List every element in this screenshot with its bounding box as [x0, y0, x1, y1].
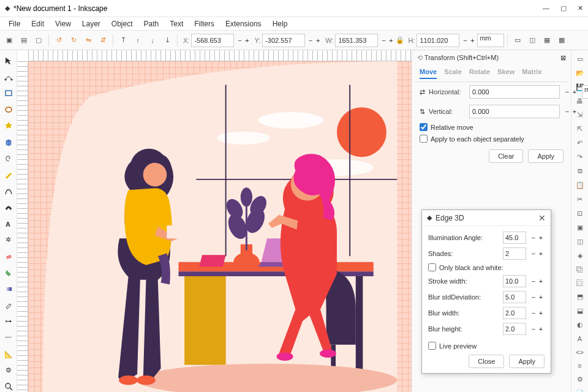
eraser-tool-icon[interactable]: [3, 251, 14, 262]
select-layer-icon[interactable]: ▤: [17, 34, 31, 47]
canvas[interactable]: [28, 61, 412, 392]
tab-scale[interactable]: Scale: [444, 68, 462, 79]
raise-icon[interactable]: ↑: [131, 34, 145, 47]
v-inc[interactable]: +: [571, 108, 578, 115]
connector-tool-icon[interactable]: ⊶: [3, 316, 14, 327]
affect-corner-icon[interactable]: ◫: [526, 34, 539, 47]
flip-v-icon[interactable]: ⇵: [96, 34, 110, 47]
ruler-horizontal[interactable]: [28, 50, 412, 61]
zoom-drawing-icon[interactable]: ◫: [575, 238, 585, 246]
menu-filters[interactable]: Filters: [189, 18, 219, 29]
affect-stroke-icon[interactable]: ▭: [511, 34, 524, 47]
tab-skew[interactable]: Skew: [497, 68, 514, 79]
stroke-input[interactable]: [503, 275, 526, 287]
lower-icon[interactable]: ↓: [146, 34, 159, 47]
pencil-tool-icon[interactable]: [3, 169, 14, 180]
clear-button[interactable]: Clear: [489, 149, 523, 163]
h-inc[interactable]: +: [469, 37, 476, 44]
menu-edit[interactable]: Edit: [26, 18, 49, 29]
new-doc-icon[interactable]: ▭: [575, 55, 585, 63]
calligraphy-tool-icon[interactable]: [3, 202, 14, 213]
shades-input[interactable]: [503, 247, 526, 260]
onlybw-checkbox[interactable]: [428, 263, 436, 271]
node-tool-icon[interactable]: [3, 72, 14, 83]
apply-each-checkbox[interactable]: [420, 135, 428, 143]
ungroup-icon[interactable]: ⬓: [575, 307, 585, 315]
v-dec[interactable]: −: [564, 108, 571, 115]
menu-view[interactable]: View: [50, 18, 76, 29]
tab-move[interactable]: Move: [420, 68, 437, 79]
prefs-icon[interactable]: ⚙: [575, 375, 585, 383]
relative-move-checkbox[interactable]: [420, 123, 428, 131]
w-inc[interactable]: +: [387, 37, 394, 44]
panel-close-icon[interactable]: ⊠: [560, 54, 566, 62]
minimize-button[interactable]: —: [543, 4, 549, 12]
deselect-icon[interactable]: ▢: [32, 34, 45, 47]
group-icon[interactable]: ⬒: [575, 293, 585, 301]
w-input[interactable]: [335, 34, 378, 47]
x-input[interactable]: [191, 34, 234, 47]
text-tool-icon[interactable]: A: [3, 218, 14, 229]
menu-object[interactable]: Object: [107, 18, 138, 29]
unit-select[interactable]: mm: [477, 34, 504, 47]
dialog-apply-button[interactable]: Apply: [509, 355, 545, 368]
tweak-tool-icon[interactable]: 〰: [3, 333, 14, 344]
menu-layer[interactable]: Layer: [77, 18, 105, 29]
undo-icon[interactable]: ↶: [575, 139, 585, 147]
fill-stroke-icon[interactable]: ◐: [575, 321, 585, 329]
x-inc[interactable]: +: [243, 37, 251, 44]
move-unit-select[interactable]: mm: [582, 85, 588, 99]
menu-text[interactable]: Text: [165, 18, 188, 29]
vertical-input[interactable]: [469, 105, 560, 118]
tab-rotate[interactable]: Rotate: [469, 68, 490, 79]
flip-h-icon[interactable]: ⇋: [81, 34, 95, 47]
zoom-page-icon[interactable]: ▣: [575, 224, 585, 232]
w-dec[interactable]: −: [380, 37, 387, 44]
h-input[interactable]: [417, 34, 459, 47]
apply-button[interactable]: Apply: [528, 149, 564, 163]
open-icon[interactable]: 📂: [575, 69, 585, 77]
spiral-tool-icon[interactable]: [3, 153, 14, 164]
maximize-button[interactable]: ▢: [560, 4, 567, 12]
select-all-icon[interactable]: ▣: [2, 34, 16, 47]
rotate-cw-icon[interactable]: ↻: [67, 34, 80, 47]
tab-matrix[interactable]: Matrix: [522, 68, 541, 79]
menu-extensions[interactable]: Extensions: [221, 18, 266, 29]
dialog-close-button[interactable]: Close: [469, 355, 504, 368]
zoom-fit-icon[interactable]: ⊡: [575, 209, 585, 217]
h-inc[interactable]: +: [571, 88, 578, 96]
export-icon[interactable]: ⇱: [575, 125, 585, 133]
y-inc[interactable]: +: [314, 37, 322, 44]
gradient-tool-icon[interactable]: [3, 284, 14, 295]
doc-props-icon[interactable]: 📄: [575, 390, 585, 392]
h-dec[interactable]: −: [564, 88, 571, 96]
spray-tool-icon[interactable]: ✲: [3, 235, 14, 246]
menu-help[interactable]: Help: [268, 18, 293, 29]
blurstd-input[interactable]: [503, 291, 526, 303]
y-input[interactable]: [262, 34, 305, 47]
affect-gradient-icon[interactable]: ▦: [540, 34, 554, 47]
copy-icon[interactable]: ⧉: [575, 167, 585, 175]
x-dec[interactable]: −: [236, 37, 243, 44]
zoom-sel-icon[interactable]: ◈: [575, 252, 585, 260]
ruler-vertical[interactable]: [17, 61, 28, 392]
zoom-tool-icon[interactable]: [3, 382, 14, 393]
lower-bottom-icon[interactable]: ⤓: [160, 34, 174, 47]
xml-icon[interactable]: <>: [575, 349, 585, 356]
measure-tool-icon[interactable]: 📐: [3, 349, 14, 360]
dialog-close-icon[interactable]: ✕: [538, 213, 546, 223]
redo-icon[interactable]: ↷: [575, 153, 585, 161]
clone-icon[interactable]: ⿴: [575, 279, 585, 287]
bezier-tool-icon[interactable]: [3, 186, 14, 197]
lpe-tool-icon[interactable]: ⚙: [3, 365, 14, 376]
paste-icon[interactable]: 📋: [575, 181, 585, 189]
h-dec[interactable]: −: [461, 37, 469, 44]
lock-icon[interactable]: 🔒: [396, 36, 404, 44]
horizontal-input[interactable]: [469, 85, 560, 99]
selector-tool-icon[interactable]: [3, 55, 14, 66]
illum-input[interactable]: [503, 232, 526, 244]
duplicate-icon[interactable]: ⿻: [575, 266, 585, 273]
box3d-tool-icon[interactable]: [3, 137, 14, 148]
blurh-input[interactable]: [503, 323, 526, 335]
ellipse-tool-icon[interactable]: [3, 104, 14, 115]
